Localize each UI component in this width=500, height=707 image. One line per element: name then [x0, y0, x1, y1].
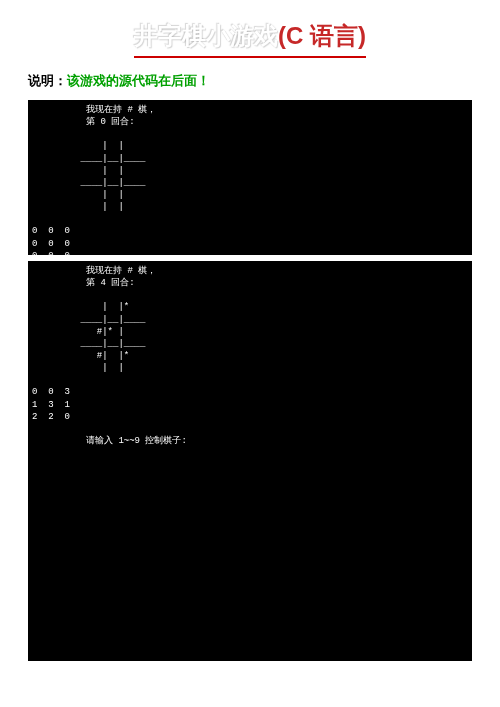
description-text: 该游戏的源代码在后面！ [67, 73, 210, 88]
title-part1: 井字棋小游戏 [134, 22, 278, 49]
main-title: 井字棋小游戏(C 语言) [134, 20, 366, 58]
description-label: 说明： [28, 73, 67, 88]
description-line: 说明：该游戏的源代码在后面！ [28, 72, 472, 90]
console-screenshot-1: 我现在持 # 棋， 第 0 回合: | | ____|__|____ | | _… [28, 100, 472, 255]
console-screenshot-2: 我现在持 # 棋， 第 4 回合: | |* ____|__|____ #|* … [28, 261, 472, 661]
title-part2: (C 语言) [278, 22, 366, 49]
title-container: 井字棋小游戏(C 语言) [28, 20, 472, 58]
